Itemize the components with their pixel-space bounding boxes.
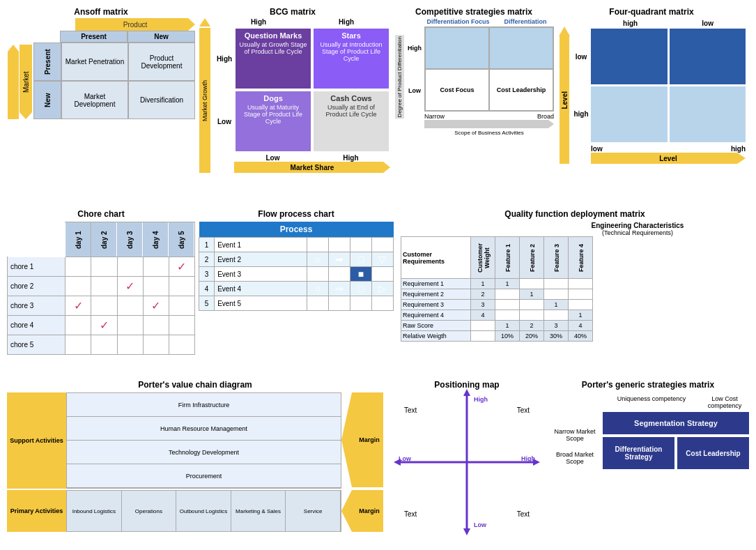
chore-cell — [65, 257, 91, 277]
bcg-title: BCG matrix — [195, 7, 390, 17]
comp-cell-diff-focus — [425, 27, 489, 69]
pos-text-bl: Text — [404, 510, 417, 518]
flow-title: Flow process chart — [199, 209, 394, 219]
chore-cell — [117, 316, 143, 335]
chore-row-label: chore 2 — [8, 277, 65, 296]
chore-row-label: chore 3 — [8, 296, 65, 316]
competitive-matrix: Competitive strategies matrix Degree of … — [394, 7, 554, 202]
chore-cell — [65, 316, 91, 335]
porter-inbound: Inbound Logistics — [67, 491, 122, 531]
chore-cell — [169, 277, 194, 296]
chore-cell: ✓ — [91, 316, 117, 335]
flow-row: 1Event 1○⇒□▽ — [199, 238, 394, 252]
qfd-title: Quality function deployment matrix — [401, 209, 749, 219]
generic-differentiation: Differentiation Strategy — [603, 437, 674, 469]
bcg-cash-cows: Cash Cows Usually at End of Product Life… — [312, 90, 390, 153]
porter-service: Service — [286, 491, 341, 531]
chore-title: Chore chart — [7, 209, 195, 219]
porter-title: Porter's value chain diagram — [7, 380, 383, 390]
pos-text-tl: Text — [404, 406, 417, 414]
chore-cell — [143, 316, 169, 335]
chore-row-label: chore 1 — [8, 257, 65, 277]
qfd-table: Customer RequirementsCustomer WeightFeat… — [401, 236, 593, 342]
four-quadrant-matrix: Four-quadrant matrix Level high low low … — [557, 7, 746, 199]
chore-cell — [143, 257, 169, 277]
pos-text-br: Text — [517, 510, 530, 518]
chore-cell — [91, 296, 117, 316]
fq-cell-tr — [670, 29, 746, 84]
porter-procurement: Procurement — [67, 464, 341, 488]
ansoff-market-arrow: Market — [20, 45, 32, 119]
positioning-map: Positioning map High Low Low High Text T… — [390, 380, 543, 544]
fq-cell-tl — [591, 29, 668, 84]
chore-cell — [169, 296, 194, 316]
comp-cell-diff — [489, 27, 553, 69]
chore-cell: ✓ — [169, 257, 194, 277]
chore-day-3: day 3 — [117, 222, 143, 257]
generic-broad-scope: Broad Market Scope — [547, 448, 603, 468]
porter-tech-dev: Technology Development — [67, 441, 341, 464]
chore-cell — [143, 277, 169, 296]
generic-narrow-scope: Narrow Market Scope — [547, 425, 603, 445]
bcg-dogs: Dogs Usually at Maturity Stage of Produc… — [234, 90, 312, 153]
chore-cell — [143, 335, 169, 355]
chore-cell — [65, 335, 91, 355]
flow-row: 5Event 5○⇒□▽ — [199, 296, 394, 311]
positioning-title: Positioning map — [390, 380, 543, 390]
chore-cell — [169, 335, 194, 355]
ansoff-cell-11: Diversification — [128, 81, 195, 119]
ansoff-cell-10: Market Development — [61, 81, 128, 119]
ansoff-matrix: Ansoff matrix Product Market Present New… — [7, 7, 195, 195]
chore-day-4: day 4 — [143, 222, 169, 257]
porter-firm-infra: Firm Infrastructure — [67, 393, 341, 417]
chore-cell — [65, 277, 91, 296]
chore-day-2: day 2 — [91, 222, 117, 257]
flow-row: 3Event 3○⇒■▽ — [199, 267, 394, 282]
fq-title: Four-quadrant matrix — [557, 7, 746, 17]
flow-table: Process 1Event 1○⇒□▽2Event 2○➡□▽3Event 3… — [199, 222, 394, 311]
chore-cell — [117, 257, 143, 277]
chore-day-5: day 5 — [169, 222, 194, 257]
porter-generic-strategies: Porter's generic strategies matrix Narro… — [547, 380, 749, 547]
ansoff-cell-01: Product Development — [128, 43, 195, 81]
bcg-question-marks: Question Marks Usually at Growth Stage o… — [234, 27, 312, 90]
chore-cell — [91, 335, 117, 355]
ansoff-cell-00: Market Penetration — [61, 43, 128, 81]
porter-operations: Operations — [122, 491, 177, 531]
comp-cell-cost-leadership: Cost Leadership — [489, 69, 553, 111]
porter-primary-label: Primary Activities — [7, 490, 66, 532]
porter-margin-bottom: Margin — [341, 490, 383, 532]
qfd-matrix: Quality function deployment matrix Engin… — [401, 209, 749, 376]
pos-text-tr: Text — [517, 406, 530, 414]
chore-cell — [91, 277, 117, 296]
flow-row: 4Event 4○⇒□▷ — [199, 282, 394, 296]
ansoff-title: Ansoff matrix — [7, 7, 195, 17]
flow-process-label: Process — [199, 222, 394, 238]
chore-cell — [117, 335, 143, 355]
fq-cell-br — [670, 86, 746, 142]
flow-row: 2Event 2○➡□▽ — [199, 252, 394, 267]
chore-cell — [169, 316, 194, 335]
flow-process-chart: Flow process chart Process 1Event 1○⇒□▽2… — [199, 209, 394, 373]
ansoff-product-arrow: Product — [75, 18, 195, 31]
comp-cell-cost-focus: Cost Focus — [425, 69, 489, 111]
chore-cell: ✓ — [117, 277, 143, 296]
porter-marketing: Marketing & Sales — [231, 491, 286, 531]
porter-hr-mgmt: Human Resource Management — [67, 417, 341, 441]
chore-cell — [91, 257, 117, 277]
generic-segmentation: Segmentation Strategy — [603, 412, 749, 434]
generic-title: Porter's generic strategies matrix — [547, 380, 749, 390]
chore-row-label: chore 5 — [8, 335, 65, 355]
bcg-matrix: BCG matrix Market Growth High High High … — [195, 7, 390, 199]
porter-outbound: Outbound Logistics — [176, 491, 231, 531]
generic-cost-leadership: Cost Leadership — [677, 437, 749, 469]
ansoff-grid: Present New Present Market Penetration P… — [33, 31, 195, 119]
chore-cell: ✓ — [65, 296, 91, 316]
porter-margin-top: Margin — [341, 392, 383, 487]
chore-day-1: day 1 — [65, 222, 91, 257]
chore-table: day 1 day 2 day 3 day 4 day 5 chore 1✓ch… — [7, 222, 195, 355]
bcg-stars: Stars Usually at Introduction Stage of P… — [312, 27, 390, 90]
chore-cell: ✓ — [143, 296, 169, 316]
chore-cell — [117, 296, 143, 316]
porter-support-label: Support Activities — [7, 392, 66, 489]
